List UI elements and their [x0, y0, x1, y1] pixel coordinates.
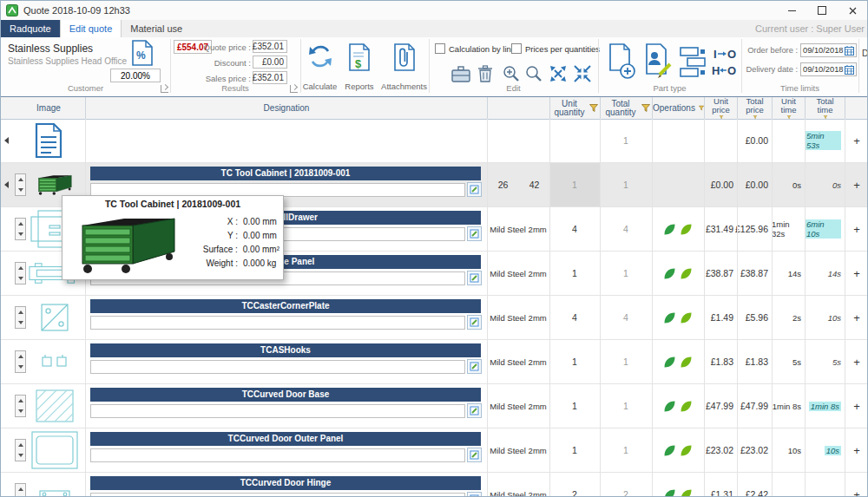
expand-all-button[interactable]: [548, 63, 569, 84]
quantity-stepper[interactable]: [15, 483, 26, 497]
edit-designation-button[interactable]: [467, 359, 482, 374]
zoom-in-button[interactable]: [501, 63, 522, 84]
header-operations[interactable]: Operations: [652, 97, 704, 119]
designation-input[interactable]: [90, 316, 465, 330]
header-total-quantity[interactable]: Total quantity: [600, 97, 652, 119]
operations-cell[interactable]: [652, 207, 704, 251]
unit-quantity-cell[interactable]: 2: [549, 473, 600, 497]
part-banner[interactable]: TC Tool Cabinet | 20181009-001: [90, 167, 481, 180]
header-designation[interactable]: Designation: [85, 97, 487, 119]
quantity-stepper[interactable]: [15, 439, 26, 461]
part-thumbnail[interactable]: [39, 487, 70, 497]
table-row-part[interactable]: TCCasterCornerPlate Mild Steel 2mm 4 4 £…: [1, 296, 868, 340]
prices-per-quantities-checkbox[interactable]: Prices per quantities: [511, 43, 600, 54]
edit-designation-button[interactable]: [467, 403, 482, 418]
delivery-date-input[interactable]: 09/10/2018: [800, 62, 857, 76]
collapse-all-button[interactable]: [572, 63, 593, 84]
designation-input[interactable]: [90, 360, 465, 374]
add-row-button[interactable]: +: [845, 473, 868, 497]
operations-cell[interactable]: [652, 296, 704, 339]
operations-cell[interactable]: [652, 473, 704, 497]
table-row-part[interactable]: TCCurved Door Outer Panel Mild Steel 2mm…: [1, 428, 868, 473]
unit-quantity-cell[interactable]: 1: [549, 428, 600, 472]
filter-icon[interactable]: [641, 104, 650, 112]
material-cell[interactable]: Mild Steel 2mm: [487, 340, 549, 383]
sales-price-value[interactable]: £352.01: [253, 71, 287, 84]
designation-input[interactable]: [90, 404, 465, 418]
tab-radquote[interactable]: Radquote: [1, 20, 60, 37]
unit-quantity-cell[interactable]: 1: [549, 384, 600, 428]
operations-cell[interactable]: [652, 340, 704, 383]
briefcase-button[interactable]: [450, 63, 471, 84]
header-unit-price[interactable]: Unit price: [704, 97, 737, 119]
quantity-stepper[interactable]: [15, 173, 26, 196]
header-image[interactable]: Image: [12, 97, 85, 119]
material-cell[interactable]: Mild Steel 2mm: [487, 207, 549, 251]
quantity-stepper[interactable]: [15, 218, 26, 240]
edit-part-button[interactable]: [641, 42, 674, 82]
edit-designation-button[interactable]: [467, 492, 482, 497]
customer-name[interactable]: Stainless Supplies: [8, 43, 93, 55]
part-banner[interactable]: TCCurved Door Base: [90, 388, 481, 402]
operations-cell[interactable]: [652, 252, 704, 295]
customer-dialog-launcher[interactable]: [161, 85, 168, 93]
part-thumbnail[interactable]: [41, 354, 69, 369]
material-cell[interactable]: Mild Steel 2mm: [487, 296, 549, 339]
unit-quantity-cell[interactable]: 4: [549, 207, 600, 251]
unit-quantity-cell[interactable]: 1: [549, 163, 600, 206]
part-banner[interactable]: TCCurved Door Hinge: [90, 476, 481, 490]
material-cell[interactable]: Mild Steel 2mm: [487, 473, 549, 497]
quantity-stepper[interactable]: [15, 306, 26, 329]
assembly-part-button[interactable]: [678, 42, 711, 82]
table-row-part[interactable]: TCCurved Door Hinge Mild Steel 2mm 2 2 £…: [1, 473, 868, 497]
part-banner[interactable]: TCCasterCornerPlate: [90, 299, 481, 313]
filter-icon[interactable]: [589, 104, 598, 112]
material-cell[interactable]: Mild Steel 2mm: [487, 428, 549, 472]
tab-edit-quote[interactable]: Edit quote: [60, 20, 122, 37]
add-part-button[interactable]: [605, 42, 638, 82]
calculation-by-line-checkbox[interactable]: Calculation by line: [435, 43, 516, 54]
edit-designation-button[interactable]: [467, 448, 482, 462]
part-banner[interactable]: TCCurved Door Outer Panel: [90, 432, 481, 446]
calculate-button[interactable]: Calculate: [300, 41, 339, 93]
edit-designation-button[interactable]: [467, 182, 482, 197]
add-row-button[interactable]: +: [845, 428, 868, 472]
zoom-button[interactable]: [523, 63, 544, 84]
maximize-button[interactable]: [807, 1, 837, 20]
operations-cell[interactable]: [652, 428, 704, 472]
table-row-part[interactable]: TCASHooks Mild Steel 2mm 1 1 £1.83 £1.83…: [1, 340, 868, 384]
unit-quantity-cell[interactable]: 4: [549, 296, 600, 339]
order-before-date-input[interactable]: 09/10/2018: [800, 43, 857, 57]
add-row-button[interactable]: +: [845, 119, 868, 162]
table-row-part[interactable]: TCCurved Door Base Mild Steel 2mm 1 1 £4…: [1, 384, 868, 428]
expand-toggle[interactable]: [1, 163, 12, 206]
designation-input[interactable]: [90, 448, 465, 462]
tab-material-use[interactable]: Material use: [122, 20, 191, 37]
header-unit-quantity[interactable]: Unit quantity: [549, 97, 600, 119]
add-row-button[interactable]: +: [845, 163, 868, 206]
part-thumbnail[interactable]: [31, 431, 78, 469]
quantity-stepper[interactable]: [15, 395, 26, 417]
edit-designation-button[interactable]: [467, 271, 482, 285]
add-row-button[interactable]: +: [845, 296, 868, 339]
unit-quantity-cell[interactable]: 1: [549, 340, 600, 383]
header-total-price[interactable]: Total price: [737, 97, 772, 119]
close-button[interactable]: [838, 1, 867, 20]
part-thumbnail[interactable]: [36, 389, 74, 422]
delete-button[interactable]: [475, 63, 496, 84]
quantity-stepper[interactable]: [15, 350, 26, 373]
designation-input[interactable]: [90, 493, 465, 497]
add-row-button[interactable]: +: [845, 207, 868, 251]
header-total-time[interactable]: Total time: [805, 97, 845, 119]
operations-cell[interactable]: [652, 384, 704, 428]
quantity-stepper[interactable]: [15, 262, 26, 284]
add-row-button[interactable]: +: [845, 340, 868, 383]
customer-discount-input[interactable]: [110, 69, 161, 82]
edit-designation-button[interactable]: [467, 226, 482, 241]
part-banner[interactable]: TCASHooks: [90, 343, 481, 357]
reports-button[interactable]: $ Reports: [340, 41, 378, 93]
import-export-part-button[interactable]: I O H O: [711, 42, 739, 82]
discount-value[interactable]: £0.00: [253, 56, 287, 69]
add-row-button[interactable]: +: [845, 252, 868, 295]
minimize-button[interactable]: [777, 1, 806, 20]
